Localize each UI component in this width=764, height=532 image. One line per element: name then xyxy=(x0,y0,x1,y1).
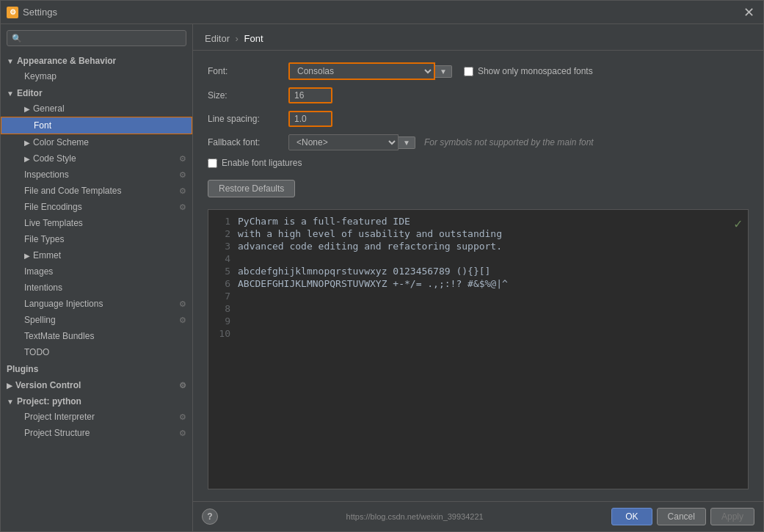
sidebar-item-label: Version Control xyxy=(15,380,81,390)
sidebar-item-label: Inspections xyxy=(24,170,69,180)
ok-button[interactable]: OK xyxy=(611,508,652,525)
preview-line-6: 6 ABCDEFGHIJKLMNOPQRSTUVWXYZ +-*/= .,;:!… xyxy=(217,278,739,289)
sidebar-item-intentions[interactable]: Intentions xyxy=(1,280,192,296)
sidebar-item-language-injections[interactable]: Language Injections ⚙ xyxy=(1,296,192,312)
preview-line-9: 9 xyxy=(217,316,739,327)
main-content: 🔍 ▼ Appearance & Behavior Keymap ▼ Edito… xyxy=(1,24,763,531)
sidebar-item-label: File Encodings xyxy=(24,202,82,212)
help-button[interactable]: ? xyxy=(202,509,218,525)
sidebar-item-label: Spelling xyxy=(24,315,56,325)
settings-icon: ⚙ xyxy=(179,203,186,212)
monospaced-label: Show only monospaced fonts xyxy=(478,66,593,76)
line-number: 7 xyxy=(217,291,230,302)
size-input[interactable] xyxy=(288,87,332,103)
preview-line-2: 2 with a high level of usability and out… xyxy=(217,228,739,239)
sidebar-item-color-scheme[interactable]: ▶ Color Scheme xyxy=(1,134,192,150)
sidebar-item-label: Intentions xyxy=(24,283,62,293)
preview-line-5: 5 abcdefghijklmnopqrstuvwxyz 0123456789 … xyxy=(217,266,739,277)
line-content: abcdefghijklmnopqrstuvwxyz 0123456789 ()… xyxy=(238,266,490,277)
breadcrumb-parent: Editor xyxy=(205,33,230,44)
sidebar-item-textmate[interactable]: TextMate Bundles xyxy=(1,328,192,344)
line-spacing-label: Line spacing: xyxy=(208,114,288,124)
fallback-font-row: Fallback font: <None> ▼ For symbols not … xyxy=(208,134,749,150)
settings-icon: ⚙ xyxy=(179,154,186,164)
settings-panel: Font: Consolas ▼ Show only monospaced fo… xyxy=(193,51,763,501)
sidebar-item-editor[interactable]: ▼ Editor xyxy=(1,84,192,101)
sidebar-item-project-structure[interactable]: Project Structure ⚙ xyxy=(1,425,192,441)
font-select[interactable]: Consolas xyxy=(288,62,435,80)
sidebar-item-images[interactable]: Images xyxy=(1,263,192,280)
search-input[interactable] xyxy=(25,33,181,43)
sidebar-item-keymap[interactable]: Keymap xyxy=(1,68,192,84)
check-mark-icon: ✓ xyxy=(734,216,742,231)
sidebar-item-spelling[interactable]: Spelling ⚙ xyxy=(1,312,192,328)
cancel-button[interactable]: Cancel xyxy=(657,508,706,525)
settings-icon: ⚙ xyxy=(179,412,186,422)
line-content: ABCDEFGHIJKLMNOPQRSTUVWXYZ +-*/= .,;:!? … xyxy=(238,278,508,289)
sidebar-item-label: General xyxy=(33,103,65,114)
sidebar-item-label: Images xyxy=(24,266,53,277)
font-label: Font: xyxy=(208,66,288,76)
action-buttons: OK Cancel Apply xyxy=(611,508,754,525)
sidebar-item-general[interactable]: ▶ General xyxy=(1,101,192,117)
line-number: 3 xyxy=(217,241,230,252)
window-title: Settings xyxy=(23,7,741,18)
sidebar-item-appearance[interactable]: ▼ Appearance & Behavior xyxy=(1,52,192,68)
sidebar: 🔍 ▼ Appearance & Behavior Keymap ▼ Edito… xyxy=(1,24,193,531)
line-number: 5 xyxy=(217,266,230,277)
ligature-row: Enable font ligatures xyxy=(208,158,749,168)
apply-button[interactable]: Apply xyxy=(710,508,754,525)
line-spacing-input[interactable] xyxy=(288,111,332,127)
breadcrumb-current: Font xyxy=(244,33,263,44)
sidebar-item-plugins[interactable]: Plugins xyxy=(1,360,192,376)
sidebar-item-emmet[interactable]: ▶ Emmet xyxy=(1,247,192,263)
sidebar-item-todo[interactable]: TODO xyxy=(1,344,192,360)
line-number: 2 xyxy=(217,228,230,239)
breadcrumb: Editor › Font xyxy=(193,24,763,51)
sidebar-item-project-interpreter[interactable]: Project Interpreter ⚙ xyxy=(1,409,192,425)
expand-arrow: ▼ xyxy=(7,90,14,98)
sidebar-item-label: TODO xyxy=(24,347,49,357)
sidebar-item-label: Color Scheme xyxy=(33,137,89,147)
sidebar-item-label: Live Templates xyxy=(24,218,83,228)
fallback-font-select[interactable]: <None> xyxy=(288,134,399,150)
sidebar-item-file-code-templates[interactable]: File and Code Templates ⚙ xyxy=(1,183,192,199)
sidebar-item-label: Appearance & Behavior xyxy=(17,56,116,66)
fallback-dropdown-button[interactable]: ▼ xyxy=(399,136,415,149)
sidebar-item-font[interactable]: Font xyxy=(1,117,192,134)
monospaced-checkbox-row: Show only monospaced fonts xyxy=(464,66,593,76)
sidebar-item-label: Project Interpreter xyxy=(24,412,95,422)
preview-line-4: 4 xyxy=(217,253,739,264)
close-button[interactable]: ✕ xyxy=(741,6,757,19)
sidebar-item-code-style[interactable]: ▶ Code Style ⚙ xyxy=(1,150,192,167)
sidebar-item-file-types[interactable]: File Types xyxy=(1,231,192,247)
settings-icon: ⚙ xyxy=(179,186,186,196)
main-panel: Editor › Font Font: Consolas ▼ xyxy=(193,24,763,531)
sidebar-item-label: Editor xyxy=(17,88,43,98)
sidebar-item-label: Plugins xyxy=(7,364,38,374)
search-box[interactable]: 🔍 xyxy=(7,30,186,46)
sidebar-item-live-templates[interactable]: Live Templates xyxy=(1,215,192,231)
line-number: 9 xyxy=(217,316,230,327)
expand-arrow: ▶ xyxy=(24,139,30,147)
fallback-note: For symbols not supported by the main fo… xyxy=(424,137,594,147)
sidebar-item-project[interactable]: ▼ Project: python xyxy=(1,393,192,409)
search-icon: 🔍 xyxy=(12,34,22,43)
sidebar-item-file-encodings[interactable]: File Encodings ⚙ xyxy=(1,199,192,215)
expand-arrow: ▶ xyxy=(7,382,12,390)
expand-arrow: ▼ xyxy=(7,398,14,406)
monospaced-checkbox[interactable] xyxy=(464,67,473,76)
line-content: advanced code editing and refactoring su… xyxy=(238,241,502,252)
restore-defaults-button[interactable]: Restore Defaults xyxy=(208,180,295,197)
sidebar-item-label: File Types xyxy=(24,234,64,244)
expand-arrow: ▶ xyxy=(24,105,30,113)
settings-icon: ⚙ xyxy=(179,170,186,180)
line-number: 1 xyxy=(217,216,230,227)
font-dropdown-button[interactable]: ▼ xyxy=(435,65,452,78)
expand-arrow: ▶ xyxy=(24,155,30,163)
sidebar-item-version-control[interactable]: ▶ Version Control ⚙ xyxy=(1,376,192,393)
sidebar-item-inspections[interactable]: Inspections ⚙ xyxy=(1,167,192,183)
line-number: 6 xyxy=(217,278,230,289)
ligature-checkbox[interactable] xyxy=(208,158,217,168)
preview-line-10: 10 xyxy=(217,328,739,339)
